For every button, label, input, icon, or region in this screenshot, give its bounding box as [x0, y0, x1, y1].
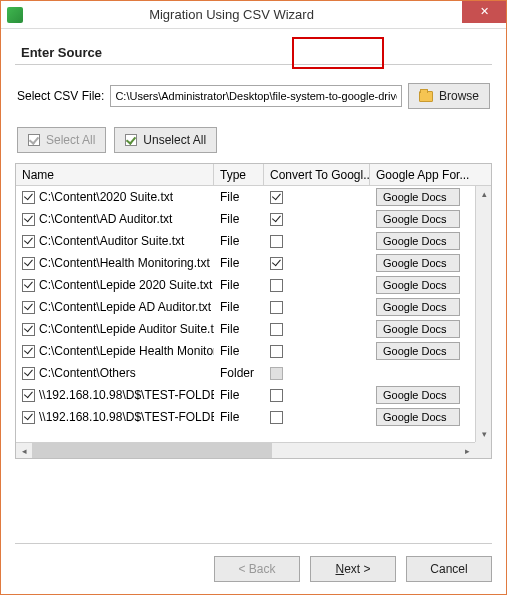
- convert-checkbox[interactable]: [270, 389, 283, 402]
- row-name-text: C:\Content\AD Auditor.txt: [39, 212, 172, 226]
- cell-name: C:\Content\Lepide 2020 Suite.txt: [16, 274, 214, 296]
- browse-button[interactable]: Browse: [408, 83, 490, 109]
- convert-checkbox[interactable]: [270, 279, 283, 292]
- scroll-right-icon[interactable]: ▸: [459, 443, 475, 459]
- row-select-checkbox[interactable]: [22, 345, 35, 358]
- convert-checkbox[interactable]: [270, 301, 283, 314]
- cell-convert: [264, 384, 370, 406]
- cell-app: Google Docs: [370, 230, 491, 252]
- cell-type: File: [214, 318, 264, 340]
- scroll-corner: [475, 442, 491, 458]
- convert-checkbox[interactable]: [270, 257, 283, 270]
- col-header-convert[interactable]: Convert To Googl...: [264, 164, 370, 185]
- cell-name: C:\Content\Health Monitoring.txt: [16, 252, 214, 274]
- scroll-up-icon[interactable]: ▴: [476, 186, 492, 202]
- unselect-all-label: Unselect All: [143, 133, 206, 147]
- row-name-text: C:\Content\Lepide Auditor Suite.txt: [39, 322, 214, 336]
- cancel-label: Cancel: [430, 562, 467, 576]
- vertical-scrollbar[interactable]: ▴ ▾: [475, 186, 491, 442]
- cell-name: C:\Content\Others: [16, 362, 214, 384]
- google-app-button[interactable]: Google Docs: [376, 276, 460, 294]
- app-icon: [7, 7, 23, 23]
- convert-checkbox[interactable]: [270, 411, 283, 424]
- cell-app: Google Docs: [370, 296, 491, 318]
- file-selector-label: Select CSV File:: [17, 89, 104, 103]
- row-select-checkbox[interactable]: [22, 411, 35, 424]
- table-row[interactable]: \\192.168.10.98\D$\TEST-FOLDE...FileGoog…: [16, 384, 491, 406]
- convert-checkbox[interactable]: [270, 235, 283, 248]
- close-button[interactable]: ✕: [462, 1, 506, 23]
- col-header-type[interactable]: Type: [214, 164, 264, 185]
- convert-checkbox[interactable]: [270, 213, 283, 226]
- row-select-checkbox[interactable]: [22, 389, 35, 402]
- browse-label: Browse: [439, 89, 479, 103]
- row-select-checkbox[interactable]: [22, 367, 35, 380]
- cell-app: Google Docs: [370, 406, 491, 428]
- unselect-all-button[interactable]: Unselect All: [114, 127, 217, 153]
- row-select-checkbox[interactable]: [22, 279, 35, 292]
- select-all-button[interactable]: Select All: [17, 127, 106, 153]
- close-icon: ✕: [480, 5, 489, 18]
- csv-path-input[interactable]: [110, 85, 402, 107]
- google-app-button[interactable]: Google Docs: [376, 386, 460, 404]
- google-app-button[interactable]: Google Docs: [376, 298, 460, 316]
- google-app-button[interactable]: Google Docs: [376, 188, 460, 206]
- row-select-checkbox[interactable]: [22, 323, 35, 336]
- cell-name: \\192.168.10.98\D$\TEST-FOLDE...: [16, 384, 214, 406]
- google-app-button[interactable]: Google Docs: [376, 320, 460, 338]
- table-row[interactable]: C:\Content\OthersFolder: [16, 362, 491, 384]
- cell-name: C:\Content\2020 Suite.txt: [16, 186, 214, 208]
- cell-type: File: [214, 340, 264, 362]
- table-row[interactable]: C:\Content\Lepide Auditor Suite.txtFileG…: [16, 318, 491, 340]
- next-button[interactable]: Next >: [310, 556, 396, 582]
- row-name-text: C:\Content\Others: [39, 366, 136, 380]
- table-header: Name Type Convert To Googl... Google App…: [16, 164, 491, 186]
- table-row[interactable]: C:\Content\AD Auditor.txtFileGoogle Docs: [16, 208, 491, 230]
- title-bar: Migration Using CSV Wizard ✕: [1, 1, 506, 29]
- table-row[interactable]: C:\Content\Lepide 2020 Suite.txtFileGoog…: [16, 274, 491, 296]
- cell-app: Google Docs: [370, 208, 491, 230]
- convert-checkbox[interactable]: [270, 323, 283, 336]
- cell-app: [370, 362, 491, 384]
- next-label: Next >: [335, 562, 370, 576]
- col-header-app[interactable]: Google App For...: [370, 164, 491, 185]
- cell-type: File: [214, 384, 264, 406]
- cancel-button[interactable]: Cancel: [406, 556, 492, 582]
- table-row[interactable]: \\192.168.10.98\D$\TEST-FOLDE...FileGoog…: [16, 406, 491, 428]
- table-row[interactable]: C:\Content\Health Monitoring.txtFileGoog…: [16, 252, 491, 274]
- row-select-checkbox[interactable]: [22, 301, 35, 314]
- cell-convert: [264, 186, 370, 208]
- row-name-text: C:\Content\Lepide AD Auditor.txt: [39, 300, 211, 314]
- google-app-button[interactable]: Google Docs: [376, 210, 460, 228]
- scroll-left-icon[interactable]: ◂: [16, 443, 32, 459]
- folder-icon: [419, 91, 433, 102]
- selection-toolbar: Select All Unselect All: [15, 127, 492, 153]
- cell-app: Google Docs: [370, 340, 491, 362]
- table-row[interactable]: C:\Content\Auditor Suite.txtFileGoogle D…: [16, 230, 491, 252]
- convert-checkbox[interactable]: [270, 191, 283, 204]
- cell-convert: [264, 274, 370, 296]
- row-name-text: C:\Content\Auditor Suite.txt: [39, 234, 184, 248]
- back-button[interactable]: < Back: [214, 556, 300, 582]
- col-header-name[interactable]: Name: [16, 164, 214, 185]
- cell-app: Google Docs: [370, 186, 491, 208]
- table-row[interactable]: C:\Content\Lepide AD Auditor.txtFileGoog…: [16, 296, 491, 318]
- google-app-button[interactable]: Google Docs: [376, 408, 460, 426]
- row-select-checkbox[interactable]: [22, 257, 35, 270]
- row-select-checkbox[interactable]: [22, 235, 35, 248]
- convert-checkbox[interactable]: [270, 345, 283, 358]
- cell-name: C:\Content\Lepide Auditor Suite.txt: [16, 318, 214, 340]
- table-row[interactable]: C:\Content\Lepide Health Monitorin...Fil…: [16, 340, 491, 362]
- row-select-checkbox[interactable]: [22, 191, 35, 204]
- table-row[interactable]: C:\Content\2020 Suite.txtFileGoogle Docs: [16, 186, 491, 208]
- cell-type: File: [214, 230, 264, 252]
- cell-convert: [264, 406, 370, 428]
- google-app-button[interactable]: Google Docs: [376, 254, 460, 272]
- scroll-down-icon[interactable]: ▾: [476, 426, 492, 442]
- cell-name: C:\Content\Auditor Suite.txt: [16, 230, 214, 252]
- google-app-button[interactable]: Google Docs: [376, 232, 460, 250]
- google-app-button[interactable]: Google Docs: [376, 342, 460, 360]
- row-select-checkbox[interactable]: [22, 213, 35, 226]
- scroll-thumb[interactable]: [32, 443, 272, 458]
- horizontal-scrollbar[interactable]: ◂ ▸: [16, 442, 475, 458]
